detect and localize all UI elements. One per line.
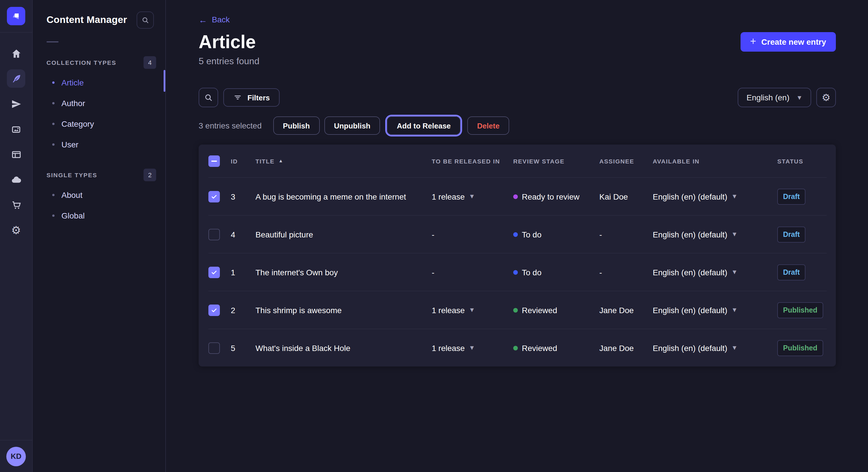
send-icon[interactable]	[7, 95, 25, 113]
active-item-indicator	[164, 70, 165, 92]
cell-review-stage: To do	[513, 230, 599, 239]
sidebar-item-user[interactable]: User	[33, 134, 165, 155]
cell-available-in: English (en) (default)▼	[653, 343, 777, 352]
column-header-review[interactable]: REVIEW STAGE	[513, 158, 599, 164]
sidebar-item-author[interactable]: Author	[33, 93, 165, 113]
home-icon[interactable]	[7, 44, 25, 63]
table-row[interactable]: 5What's inside a Black Hole1 release▼Rev…	[208, 329, 827, 367]
sidebar-item-label: Author	[61, 99, 85, 108]
chevron-down-icon[interactable]: ▼	[469, 193, 475, 200]
layout-icon[interactable]	[7, 145, 25, 164]
sidebar-item-global[interactable]: Global	[33, 205, 165, 226]
status-badge: Draft	[777, 189, 805, 204]
app-window: ⚙ KD Content Manager COLLECTION TYPES4Ar…	[0, 0, 868, 472]
row-checkbox[interactable]	[208, 191, 220, 202]
strapi-logo[interactable]	[7, 7, 25, 25]
row-checkbox[interactable]	[208, 266, 220, 278]
search-icon	[204, 93, 213, 102]
cloud-icon[interactable]	[7, 170, 25, 189]
review-stage-dot	[513, 194, 518, 199]
chevron-down-icon[interactable]: ▼	[469, 307, 475, 313]
release-value: -	[432, 230, 434, 239]
section-label: COLLECTION TYPES	[46, 59, 116, 66]
cell-title: This shrimp is awesome	[255, 305, 432, 314]
column-header-title[interactable]: TITLE ▲	[255, 158, 432, 164]
review-stage-dot	[513, 308, 518, 312]
settings-button[interactable]: ⚙	[816, 88, 836, 107]
bullet-icon	[52, 194, 55, 196]
cell-available-in: English (en) (default)▼	[653, 305, 777, 314]
review-stage-label: Reviewed	[522, 305, 557, 314]
cell-title: The internet's Own boy	[255, 268, 432, 277]
table-row[interactable]: 3A bug is becoming a meme on the interne…	[208, 177, 827, 215]
review-stage-label: Reviewed	[522, 343, 557, 352]
publish-button[interactable]: Publish	[273, 116, 319, 135]
locale-value: English (en) (default)	[653, 305, 727, 314]
divider	[46, 41, 59, 42]
unpublish-button[interactable]: Unpublish	[324, 116, 380, 135]
cell-id: 4	[231, 230, 255, 239]
rail-logo-section	[0, 0, 32, 33]
bullet-icon	[52, 123, 55, 125]
back-link[interactable]: ← Back	[198, 15, 229, 24]
search-icon[interactable]	[136, 11, 154, 29]
delete-button[interactable]: Delete	[467, 116, 509, 135]
avatar[interactable]: KD	[6, 446, 26, 466]
chevron-down-icon[interactable]: ▼	[732, 231, 738, 237]
row-checkbox[interactable]	[208, 304, 220, 316]
sidebar-item-about[interactable]: About	[33, 185, 165, 205]
entries-count: 5 entries found	[198, 56, 259, 67]
filters-button[interactable]: Filters	[223, 88, 280, 107]
cell-title: Beautiful picture	[255, 230, 432, 239]
entries-table: ID TITLE ▲ TO BE RELEASED IN REVIEW STAG…	[198, 144, 836, 367]
status-badge: Draft	[777, 264, 805, 280]
bullet-icon	[52, 81, 55, 84]
sidebar-item-label: About	[61, 191, 82, 200]
cell-assignee: -	[599, 268, 653, 277]
chevron-down-icon[interactable]: ▼	[732, 307, 738, 313]
chevron-down-icon[interactable]: ▼	[732, 193, 738, 200]
locale-value: English (en) (default)	[653, 343, 727, 352]
table-row[interactable]: 2This shrimp is awesome1 release▼Reviewe…	[208, 291, 827, 329]
column-header-available[interactable]: AVAILABLE IN	[653, 158, 777, 164]
release-value: 1 release	[432, 192, 465, 201]
cell-to-be-released: -	[432, 230, 513, 239]
content-manager-subnav: Content Manager COLLECTION TYPES4Article…	[33, 0, 166, 472]
rail-nav: ⚙	[0, 33, 32, 440]
media-icon[interactable]	[7, 120, 25, 138]
bullet-icon	[52, 214, 55, 217]
cell-to-be-released: -	[432, 268, 513, 277]
chevron-down-icon[interactable]: ▼	[732, 345, 738, 351]
chevron-down-icon[interactable]: ▼	[732, 269, 738, 275]
cell-available-in: English (en) (default)▼	[653, 230, 777, 239]
column-header-status[interactable]: STATUS	[777, 158, 827, 164]
gear-icon[interactable]: ⚙	[7, 221, 25, 239]
table-row[interactable]: 4Beautiful picture-To do-English (en) (d…	[208, 215, 827, 253]
sidebar-item-category[interactable]: Category	[33, 113, 165, 134]
review-stage-label: To do	[522, 268, 541, 277]
strapi-logo-icon	[11, 11, 21, 21]
cell-assignee: Jane Doe	[599, 305, 653, 314]
cell-assignee: Jane Doe	[599, 343, 653, 352]
main-content: ← Back Article 5 entries found + Create …	[166, 0, 868, 472]
cell-review-stage: To do	[513, 268, 599, 277]
create-new-entry-button[interactable]: + Create new entry	[740, 32, 836, 52]
cart-icon[interactable]	[7, 196, 25, 214]
feather-icon[interactable]	[7, 69, 25, 88]
sidebar-item-article[interactable]: Article	[33, 72, 165, 93]
locale-select[interactable]: English (en) ▼	[738, 88, 811, 107]
chevron-down-icon[interactable]: ▼	[469, 345, 475, 351]
add-to-release-button[interactable]: Add to Release	[387, 116, 460, 135]
subnav-sections: COLLECTION TYPES4ArticleAuthorCategoryUs…	[33, 56, 165, 226]
row-checkbox[interactable]	[208, 229, 220, 240]
search-button[interactable]	[198, 88, 218, 107]
row-checkbox[interactable]	[208, 342, 220, 353]
table-row[interactable]: 1The internet's Own boy-To do-English (e…	[208, 253, 827, 291]
column-header-id[interactable]: ID	[231, 158, 255, 164]
column-header-assignee[interactable]: ASSIGNEE	[599, 158, 653, 164]
sidebar-item-label: Article	[61, 78, 84, 87]
back-label: Back	[212, 15, 229, 24]
column-header-released[interactable]: TO BE RELEASED IN	[432, 158, 513, 164]
cell-status: Published	[777, 340, 827, 356]
select-all-checkbox[interactable]	[208, 155, 220, 167]
